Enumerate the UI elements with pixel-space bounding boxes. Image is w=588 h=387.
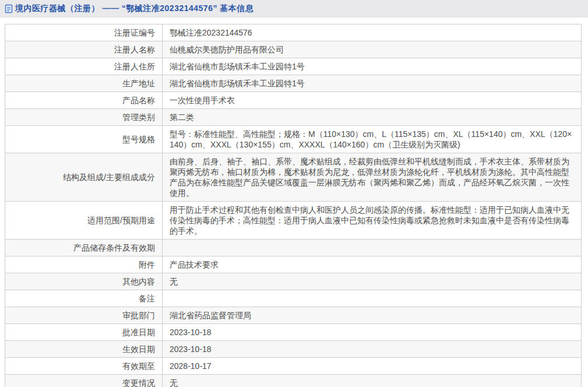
- row-label: 适用范围/预期用途: [5, 202, 163, 240]
- row-label: 结构及组成/主要组成成分: [5, 153, 163, 202]
- row-value: [163, 290, 582, 307]
- row-value: [163, 240, 582, 256]
- row-label: 有效期至: [5, 358, 163, 375]
- table-row: 管理类别第二类: [5, 109, 582, 126]
- table-row: 其他内容无: [5, 273, 582, 290]
- row-label: 其他内容: [5, 273, 163, 290]
- row-value: 型号：标准性能型、高性能型；规格：M（110×130）cm、L（115×135）…: [163, 126, 582, 153]
- row-label: 审批部门: [5, 307, 163, 324]
- table-row: 注册人名称仙桃威尔美德防护用品有限公司: [5, 41, 582, 58]
- row-label: 备注: [5, 290, 163, 307]
- table-row: 适用范围/预期用途用于防止手术过程和其他有创检查中病人和医护人员之间感染原的传播…: [5, 202, 582, 240]
- registration-info-table-wrap: 注册证编号鄂械注准20232144576注册人名称仙桃威尔美德防护用品有限公司注…: [5, 24, 582, 387]
- row-value: 2023-10-18: [163, 341, 582, 358]
- row-value: 湖北省药品监督管理局: [163, 307, 582, 324]
- registration-info-table: 注册证编号鄂械注准20232144576注册人名称仙桃威尔美德防护用品有限公司注…: [5, 24, 582, 387]
- row-label: 生产地址: [5, 75, 163, 92]
- table-row: 生效日期2023-10-18: [5, 341, 582, 358]
- row-label: 变更情况: [5, 375, 163, 387]
- table-row: 注册人住所湖北省仙桃市彭场镇禾丰工业园特1号: [5, 58, 582, 75]
- page-title: 境内医疗器械（注册） —— “鄂械注准20232144576” 基本信息: [15, 3, 253, 14]
- row-value: 鄂械注准20232144576: [163, 24, 582, 41]
- row-label: 管理类别: [5, 109, 163, 126]
- row-value: 2028-10-17: [163, 358, 582, 375]
- row-label: 生效日期: [5, 341, 163, 358]
- table-row: 生产地址湖北省仙桃市彭场镇禾丰工业园特1号: [5, 75, 582, 92]
- row-value: 由前身、后身、袖子、袖口、系带、魔术贴组成，经裁剪由低弹丝和平机线缝制而成，手术…: [163, 153, 582, 202]
- row-value: 用于防止手术过程和其他有创检查中病人和医护人员之间感染原的传播。标准性能型：适用…: [163, 202, 582, 240]
- row-label: 注册人名称: [5, 41, 163, 58]
- table-row: 附件产品技术要求: [5, 256, 582, 273]
- row-label: 型号规格: [5, 126, 163, 153]
- row-value: 无: [163, 273, 582, 290]
- row-value: 第二类: [163, 109, 582, 126]
- table-row: 备注: [5, 290, 582, 307]
- row-value: 湖北省仙桃市彭场镇禾丰工业园特1号: [163, 75, 582, 92]
- table-row: 结构及组成/主要组成成分由前身、后身、袖子、袖口、系带、魔术贴组成，经裁剪由低弹…: [5, 153, 582, 202]
- row-value: 2023-10-18: [163, 324, 582, 341]
- page-header: 境内医疗器械（注册） —— “鄂械注准20232144576” 基本信息: [0, 0, 588, 17]
- row-value: 湖北省仙桃市彭场镇禾丰工业园特1号: [163, 58, 582, 75]
- row-label: 注册证编号: [5, 24, 163, 41]
- table-row: 变更情况无: [5, 375, 582, 387]
- row-value: 无: [163, 375, 582, 387]
- row-label: 附件: [5, 256, 163, 273]
- row-value: 仙桃威尔美德防护用品有限公司: [163, 41, 582, 58]
- row-value: 产品技术要求: [163, 256, 582, 273]
- table-row: 审批部门湖北省药品监督管理局: [5, 307, 582, 324]
- table-row: 批准日期2023-10-18: [5, 324, 582, 341]
- row-label: 注册人住所: [5, 58, 163, 75]
- row-label: 批准日期: [5, 324, 163, 341]
- table-row: 注册证编号鄂械注准20232144576: [5, 24, 582, 41]
- table-row: 型号规格型号：标准性能型、高性能型；规格：M（110×130）cm、L（115×…: [5, 126, 582, 153]
- table-row: 有效期至2028-10-17: [5, 358, 582, 375]
- table-row: 产品储存条件及有效期: [5, 240, 582, 256]
- table-row: 产品名称一次性使用手术衣: [5, 92, 582, 109]
- row-value: 一次性使用手术衣: [163, 92, 582, 109]
- row-label: 产品名称: [5, 92, 163, 109]
- document-icon: [5, 4, 13, 13]
- row-label: 产品储存条件及有效期: [5, 240, 163, 256]
